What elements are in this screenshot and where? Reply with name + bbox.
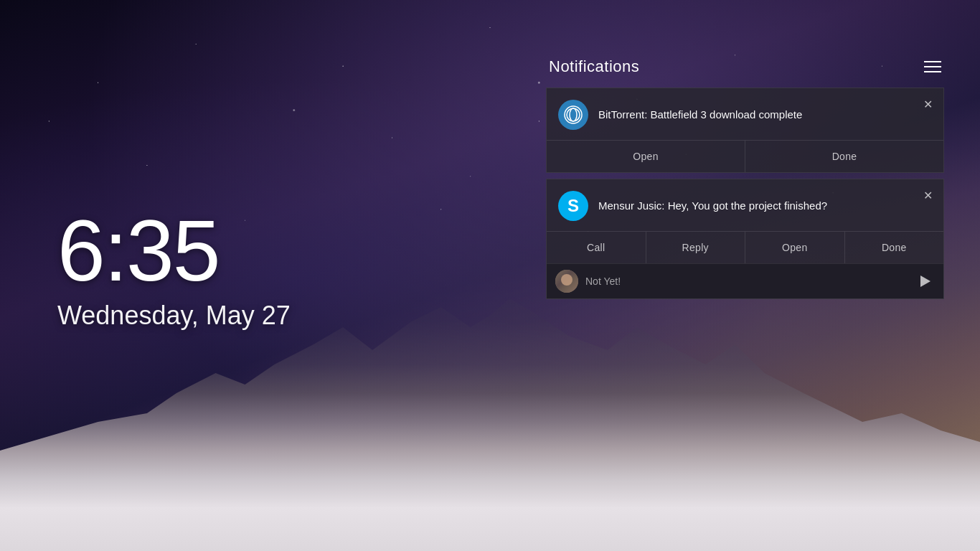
skype-close-button[interactable]: ✕ — [919, 187, 936, 204]
bittorrent-app-icon — [558, 100, 588, 130]
reply-send-button[interactable] — [916, 273, 935, 290]
notification-skype-header: S Mensur Jusic: Hey, You got the project… — [547, 179, 943, 231]
hamburger-line-3 — [924, 71, 941, 72]
bittorrent-done-button[interactable]: Done — [745, 141, 943, 172]
clock-time: 6:35 — [57, 207, 291, 293]
skype-call-button[interactable]: Call — [547, 232, 646, 263]
bittorrent-close-button[interactable]: ✕ — [919, 95, 936, 113]
clock-date: Wednesday, May 27 — [57, 301, 291, 331]
reply-avatar-image — [555, 270, 578, 293]
svg-point-1 — [570, 108, 577, 121]
reply-text-input[interactable] — [585, 276, 916, 287]
notification-bittorrent-header: BitTorrent: Battlefield 3 download compl… — [547, 88, 943, 140]
bittorrent-open-button[interactable]: Open — [547, 141, 745, 172]
send-arrow-icon — [920, 276, 930, 287]
clock-area: 6:35 Wednesday, May 27 — [57, 207, 291, 331]
bittorrent-message: BitTorrent: Battlefield 3 download compl… — [598, 108, 932, 122]
skype-message: Mensur Jusic: Hey, You got the project f… — [598, 199, 932, 213]
skype-icon-letter: S — [567, 196, 579, 216]
notification-bittorrent: BitTorrent: Battlefield 3 download compl… — [546, 88, 944, 173]
notifications-title: Notifications — [549, 57, 639, 76]
reply-input-area — [547, 263, 943, 298]
skype-done-button[interactable]: Done — [845, 232, 944, 263]
notification-skype: S Mensur Jusic: Hey, You got the project… — [546, 179, 944, 299]
skype-reply-button[interactable]: Reply — [646, 232, 746, 263]
reply-avatar — [555, 270, 578, 293]
bittorrent-actions: Open Done — [547, 140, 943, 172]
skype-actions: Call Reply Open Done — [547, 231, 943, 263]
notifications-header: Notifications — [546, 57, 944, 76]
hamburger-line-2 — [924, 66, 941, 67]
skype-open-button[interactable]: Open — [745, 232, 845, 263]
hamburger-line-1 — [924, 61, 941, 62]
hamburger-icon[interactable] — [924, 61, 941, 72]
notifications-panel: Notifications BitTorrent: Battlefield 3 … — [546, 57, 944, 305]
skype-app-icon: S — [558, 191, 588, 221]
